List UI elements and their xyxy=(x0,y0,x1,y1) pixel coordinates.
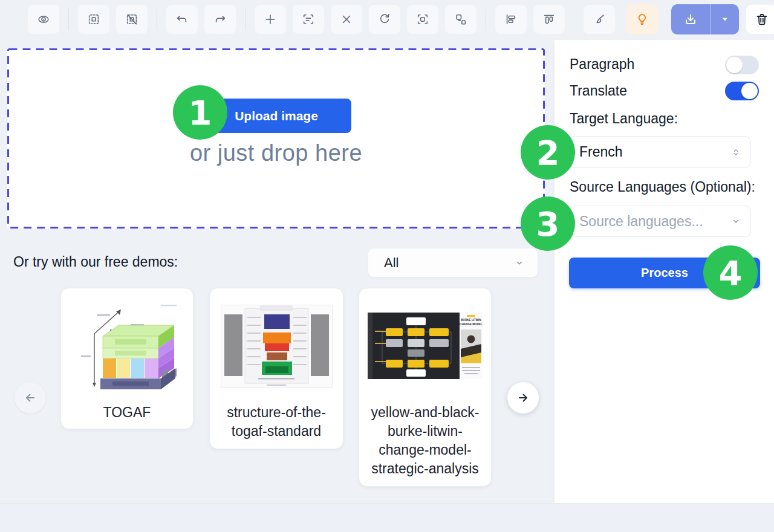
demo-card-structure-of-the-togaf-standard[interactable]: structure-of-the-togaf-standard xyxy=(209,288,343,449)
step-badge-1: 1 xyxy=(173,85,227,140)
toolbar-separator xyxy=(68,8,69,30)
download-icon xyxy=(683,12,698,27)
source-languages-label: Source Languages (Optional): xyxy=(570,179,755,195)
refresh-button[interactable] xyxy=(368,4,401,34)
chevron-down-icon xyxy=(513,257,525,269)
x-icon xyxy=(340,13,353,26)
target-language-value: French xyxy=(579,144,623,160)
step-badge-2: 2 xyxy=(521,125,575,180)
step-badge-4: 4 xyxy=(703,245,758,300)
align-top-button[interactable] xyxy=(533,4,565,34)
eye-icon xyxy=(37,13,50,26)
paragraph-label: Paragraph xyxy=(570,56,634,73)
ungroup-icon xyxy=(454,13,467,26)
image-translator-app: Upload image or just drop here 1 2 3 4 O… xyxy=(0,0,774,532)
arrow-right-icon xyxy=(516,391,530,405)
demo-filter-value: All xyxy=(384,255,398,271)
footer-strip xyxy=(0,503,774,532)
drop-hint-text: or just drop here xyxy=(7,140,545,166)
ungroup-button[interactable] xyxy=(444,4,477,34)
step-badge-3: 3 xyxy=(521,196,575,251)
toggle-knob xyxy=(741,83,758,99)
demo-thumbnail-burke-litwin: BURKE LITWIN CHANGE MODEL xyxy=(359,288,491,403)
demos-prev-button[interactable] xyxy=(15,382,46,414)
delete-selection-button[interactable] xyxy=(330,4,363,34)
demo-card-burke-litwin[interactable]: BURKE LITWIN CHANGE MODEL yellow-and-bla… xyxy=(359,288,492,487)
arrow-left-icon xyxy=(23,391,37,405)
toolbar xyxy=(27,4,739,34)
redo-button[interactable] xyxy=(204,4,236,34)
demo-card-label: yellow-and-black-burke-litwin-change-mod… xyxy=(359,403,491,478)
source-languages-placeholder: Source languages... xyxy=(579,213,703,230)
translate-toggle[interactable] xyxy=(725,82,759,100)
caret-down-icon xyxy=(718,13,732,26)
demo-card-label: TOGAF xyxy=(61,403,193,422)
align-top-icon xyxy=(542,13,556,26)
target-language-select[interactable]: French xyxy=(569,136,751,168)
download-split-button xyxy=(671,4,739,34)
paintbrush-icon xyxy=(593,13,606,26)
refresh-icon xyxy=(378,13,391,26)
structure-diagram-thumb xyxy=(221,305,333,388)
align-left-icon xyxy=(504,13,518,26)
chevron-up-down-icon xyxy=(730,146,742,159)
burke-litwin-title-line2: CHANGE MODEL xyxy=(460,323,483,326)
chevron-down-icon xyxy=(730,215,742,227)
burke-litwin-thumb: BURKE LITWIN CHANGE MODEL xyxy=(368,313,483,379)
paragraph-toggle[interactable] xyxy=(725,56,759,74)
ocr-scan-button[interactable] xyxy=(292,4,325,34)
redo-icon xyxy=(213,13,227,26)
demo-thumbnail-structure xyxy=(210,288,343,403)
select-all-icon xyxy=(87,13,100,26)
lightbulb-icon xyxy=(636,13,649,26)
source-languages-select[interactable]: Source languages... xyxy=(569,206,751,237)
trash-button[interactable] xyxy=(746,4,774,34)
upload-dropzone[interactable]: Upload image or just drop here xyxy=(7,48,545,229)
translate-label: Translate xyxy=(570,83,627,99)
burke-litwin-title-line1: BURKE LITWIN xyxy=(461,319,481,322)
demo-filter-select[interactable]: All xyxy=(368,248,538,277)
toggle-knob xyxy=(726,57,743,73)
demos-next-button[interactable] xyxy=(507,382,539,414)
plus-icon xyxy=(264,13,277,26)
detect-regions-button[interactable] xyxy=(406,4,439,34)
detect-regions-icon xyxy=(416,13,429,26)
toolbar-separator xyxy=(486,8,486,30)
demo-card-togaf[interactable]: TOGAF xyxy=(60,288,194,429)
deselect-icon xyxy=(125,13,138,26)
demo-thumbnail-togaf xyxy=(61,288,193,403)
undo-button[interactable] xyxy=(166,4,198,34)
demo-card-label: structure-of-the-togaf-standard xyxy=(210,403,343,441)
undo-icon xyxy=(175,13,189,26)
dropzone-dashed-border xyxy=(7,48,545,229)
ocr-scan-icon xyxy=(302,13,315,26)
download-button[interactable] xyxy=(671,4,710,34)
select-all-button[interactable] xyxy=(77,4,110,34)
download-options-button[interactable] xyxy=(710,4,739,34)
target-language-label: Target Language: xyxy=(570,111,678,127)
demos-heading: Or try with our free demos: xyxy=(13,254,178,270)
togaf-diagram-thumb xyxy=(73,300,181,392)
tips-button[interactable] xyxy=(626,4,659,34)
deselect-button[interactable] xyxy=(115,4,148,34)
add-button[interactable] xyxy=(254,4,287,34)
format-brush-button[interactable] xyxy=(583,4,616,34)
align-left-button[interactable] xyxy=(495,4,527,34)
trash-icon xyxy=(755,12,769,27)
preview-button[interactable] xyxy=(27,4,60,34)
toolbar-separator xyxy=(157,8,157,30)
toolbar-separator xyxy=(245,8,246,30)
